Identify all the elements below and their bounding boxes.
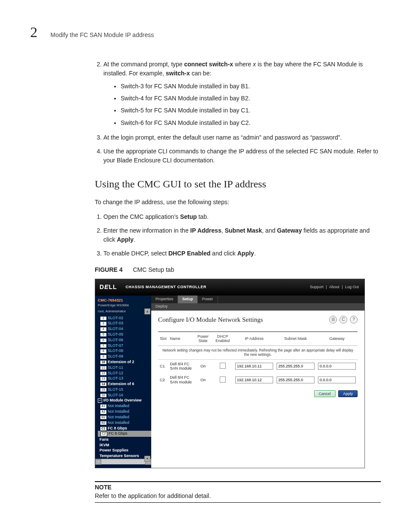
print-icon[interactable]: ☰ [329,316,337,324]
page-header: 2 Modify the FC SAN Module IP address [30,22,381,43]
cancel-button[interactable]: Cancel [314,390,336,397]
top-links: Support | About | Log Out [308,285,360,289]
slot-label: SLOT-03 [108,321,123,325]
slot-label: SLOT-02 [108,316,123,320]
slot-label: SLOT-15 [108,387,123,392]
s2-ip: IP Address [190,227,221,234]
tab-properties[interactable]: Properties [151,296,178,303]
tree-slot[interactable]: 7SLOT-07 [98,343,151,348]
dhcp-checkbox[interactable] [220,363,226,369]
tree-io-b1[interactable]: B1Not Installed [98,414,151,420]
tree-slot[interactable]: 8SLOT-08 [98,348,151,354]
tree-temp-sensors[interactable]: Temperature Sensors [97,453,151,459]
help-icon[interactable]: ? [350,316,358,324]
step2-x: x [253,61,256,68]
refresh-icon[interactable]: C [339,316,347,324]
slot-badge: 16 [100,394,106,397]
slot-badge: 3 [100,322,106,325]
tree-io-overview[interactable]: −I/O Module Overview [95,398,151,403]
slot-badge: B2 [100,421,106,425]
tab-power[interactable]: Power [198,296,218,303]
th-dhcp: DHCP Enabled [212,332,234,346]
tree-io-c1[interactable]: C1FC 8 Gbps [98,426,151,431]
tree-slot[interactable]: 12SLOT-12 [98,370,151,376]
slot-label: SLOT-04 [108,327,123,331]
gui-step-1: Open the CMC application’s Setup tab. [103,212,381,221]
slot-badge: 11 [100,366,106,370]
s3-dhcp: DHCP Enabled [168,250,211,257]
io-label: Not Installed [108,409,129,414]
tree-io-c2[interactable]: C2FC 8 Gbps [98,431,151,436]
slot-label: SLOT-11 [108,365,123,370]
tree-power-supplies[interactable]: Power Supplies [97,448,151,453]
tree-slot[interactable]: 6SLOT-06 [98,337,151,343]
apply-button[interactable]: Apply [338,390,358,397]
slot-badge: 6 [100,339,106,342]
scroll-left-icon[interactable]: ◂ [95,459,101,465]
section-intro: To change the IP address, use the follow… [95,198,381,206]
tree-extension[interactable]: 14Extension of 6 [98,381,151,387]
table-row: C1 Dell 8/4 FC SAN module On [158,359,358,373]
tree-slot[interactable]: 11SLOT-11 [98,365,151,370]
tree-slot[interactable]: 15SLOT-15 [98,387,151,392]
tree-ikvm[interactable]: iKVM [97,442,151,448]
s1c: tab. [197,213,209,220]
link-logout[interactable]: Log Out [345,285,359,289]
s2c: . [134,236,135,243]
link-support[interactable]: Support [310,285,324,289]
slot-badge: 9 [100,355,106,358]
subtab-deploy[interactable]: Deploy [151,303,364,311]
subnet-input[interactable] [277,376,314,383]
slot-badge: A2 [100,410,106,414]
slot-badge: 7 [100,344,106,348]
cell-power: On [194,359,212,373]
link-about[interactable]: About [329,285,339,289]
bullet-item: Switch-5 for FC SAN Module installed in … [121,106,381,115]
gateway-input[interactable] [318,376,356,383]
tree-slot[interactable]: 4SLOT-04 [98,326,151,332]
ip-input[interactable] [235,363,273,370]
figure-number: FIGURE 4 [95,266,123,273]
s2-apply: Apply [117,236,134,243]
step2-pre: At the command prompt, type [103,61,184,68]
subnet-input[interactable] [277,363,314,370]
tree-slot[interactable]: 5SLOT-05 [98,332,151,337]
tree-extension[interactable]: 10Extension of 2 [98,359,151,365]
bullet-item: Switch-6 for FC SAN Module installed in … [121,118,381,127]
scroll-up-icon[interactable]: ▴ [144,308,150,314]
cell-power: On [194,373,212,387]
tree-io-a2[interactable]: A2Not Installed [98,409,151,414]
tree-io-b2[interactable]: B2Not Installed [98,420,151,426]
tree-slot[interactable]: 9SLOT-09 [98,354,151,359]
slot-badge: 8 [100,349,106,353]
chapter-number: 2 [30,22,37,43]
cell-name: Dell 8/4 FC SAN module [168,373,194,387]
tree-fans[interactable]: Fans [97,437,151,442]
ip-input[interactable] [235,376,273,383]
th-power: Power State [194,332,212,346]
gateway-input[interactable] [318,363,356,370]
running-head: Modify the FC SAN Module IP address [50,31,154,39]
tree-slot[interactable]: 13SLOT-13 [98,376,151,381]
s1b: Setup [180,213,197,220]
tree-slot[interactable]: 3SLOT-03 [98,320,151,326]
tree-slot[interactable]: 16SLOT-16 [98,392,151,398]
scroll-down-icon[interactable]: ▾ [144,456,150,462]
slot-label: SLOT-06 [108,338,123,342]
dhcp-checkbox[interactable] [220,376,226,383]
slot-badge: C2 [100,432,107,436]
slot-label: SLOT-09 [108,354,123,358]
s3b: and click [210,250,237,257]
side-model: PowerEdge M1000e [95,303,151,309]
slot-badge: B1 [100,416,106,419]
cmc-topbar: DELL CHASSIS MANAGEMENT CONTROLLER Suppo… [95,279,364,296]
tree-io-a1[interactable]: A1Not Installed [98,403,151,409]
th-gateway: Gateway [316,332,358,346]
step-4: Use the appropriate CLI commands to chan… [103,147,381,165]
slot-badge: 5 [100,333,106,336]
gui-step-2: Enter the new information in the IP Addr… [103,226,381,244]
section-title: Using the CMC GUI to set the IP address [95,177,381,192]
slot-badge: 10 [100,361,106,364]
tab-setup[interactable]: Setup [178,296,198,303]
tree-slot[interactable]: 2SLOT-02 [98,315,151,321]
